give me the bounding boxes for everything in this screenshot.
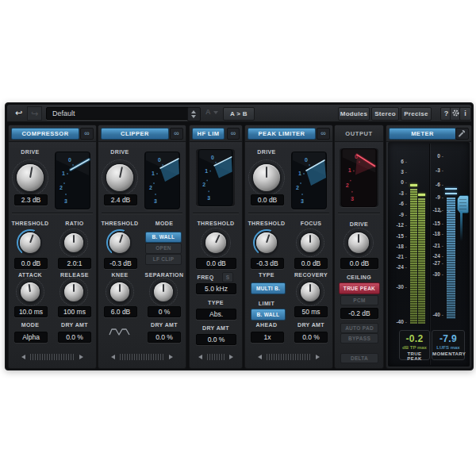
type-value[interactable]: Abs. (196, 309, 236, 320)
compressor-title-button[interactable]: COMPRESSOR (11, 128, 79, 140)
redo-icon[interactable]: ↪ (27, 106, 42, 121)
svg-text:2: 2 (149, 185, 152, 190)
threshold-value[interactable]: -0.3 dB (104, 258, 137, 269)
ratio-knob[interactable] (64, 233, 83, 252)
scroll-left-icon[interactable] (111, 355, 115, 359)
true-peak-readout[interactable]: -0.2 dB TP max TRUE PEAK (399, 330, 430, 360)
drive-knob[interactable] (348, 232, 369, 253)
scroll-track[interactable] (120, 354, 164, 360)
attack-knob[interactable] (21, 282, 40, 301)
compressor-infinity-toggle[interactable]: ∞ (80, 128, 94, 140)
stereo-button[interactable]: Stereo (371, 107, 399, 121)
mode-value[interactable]: Alpha (14, 332, 48, 343)
lufs-target-handle[interactable] (457, 195, 469, 213)
preset-down-icon[interactable] (191, 115, 196, 118)
focus-knob[interactable] (301, 233, 320, 252)
peak-limiter-header: PEAK LIMITER ∞ (245, 125, 332, 142)
threshold-value[interactable]: 0.0 dB (14, 258, 48, 269)
peak-limiter-infinity-toggle[interactable]: ∞ (317, 128, 330, 140)
scroll-right-icon[interactable] (169, 355, 173, 359)
peak-hold-right (418, 194, 425, 196)
scroll-track[interactable] (267, 354, 311, 360)
divider (193, 213, 239, 213)
ab-copy-button[interactable]: A > B (223, 107, 255, 121)
lufs-target-line (460, 211, 463, 241)
threshold-knob[interactable] (20, 232, 40, 253)
ratio-value[interactable]: 2.0:1 (58, 258, 91, 269)
dry-amt-value[interactable]: 0.0 % (294, 332, 328, 343)
drive-knob[interactable] (106, 164, 133, 191)
release-value[interactable]: 100 ms (58, 306, 91, 317)
scroll-track[interactable] (207, 354, 225, 360)
knee-knob[interactable] (110, 282, 129, 301)
threshold-knob[interactable] (109, 232, 130, 253)
mode-open-button[interactable]: OPEN (145, 243, 182, 254)
undo-icon[interactable]: ↩ (12, 106, 25, 119)
scroll-track[interactable] (30, 354, 75, 360)
scroll-left-icon[interactable] (21, 355, 25, 359)
threshold-value[interactable]: 0.0 dB (196, 258, 236, 269)
freq-value[interactable]: 5.0 kHz (196, 283, 236, 294)
drive-value[interactable]: 0.0 dB (251, 194, 284, 205)
drive-value[interactable]: 2.4 dB (104, 194, 137, 205)
threshold-knob[interactable] (256, 232, 277, 253)
preset-field[interactable]: Default (46, 107, 190, 120)
focus-value[interactable]: 0.0 dB (294, 258, 328, 269)
peak-limiter-scrollbar[interactable] (258, 353, 320, 361)
clipper-scrollbar[interactable] (111, 353, 173, 361)
drive-value[interactable]: 2.3 dB (14, 194, 48, 205)
preset-up-icon[interactable] (191, 110, 196, 113)
clipper-title-button[interactable]: CLIPPER (101, 128, 169, 140)
clipper-infinity-toggle[interactable]: ∞ (170, 128, 183, 140)
limit-bwall-button[interactable]: B. WALL (251, 309, 286, 321)
separation-value[interactable]: 0 % (148, 306, 181, 317)
drive-label: DRIVE (98, 148, 141, 155)
ceiling-value[interactable]: -0.2 dB (340, 308, 378, 319)
bypass-button[interactable]: BYPASS (340, 333, 378, 344)
preset-stepper[interactable] (187, 107, 201, 121)
svg-text:1: 1 (152, 171, 155, 176)
hf-lim-scrollbar[interactable] (198, 353, 233, 361)
dry-amt-value[interactable]: 0.0 % (148, 332, 181, 343)
peak-limiter-title-button[interactable]: PEAK LIMITER (248, 128, 316, 140)
type-multiband-button[interactable]: MULTI B. (251, 282, 286, 294)
info-button[interactable]: i (459, 107, 471, 121)
recovery-value[interactable]: 50 ms (294, 306, 328, 317)
scroll-left-icon[interactable] (258, 355, 262, 359)
hf-lim-infinity-toggle[interactable]: ∞ (227, 128, 240, 140)
drive-knob[interactable] (253, 164, 280, 191)
meter-settings-button[interactable] (455, 128, 469, 140)
scroll-right-icon[interactable] (229, 355, 233, 359)
separation-knob[interactable] (154, 282, 173, 301)
release-knob[interactable] (64, 282, 83, 301)
dry-amt-value[interactable]: 0.0 % (58, 332, 91, 343)
precise-button[interactable]: Precise (401, 107, 432, 121)
hf-lim-title-button[interactable]: HF LIM (192, 128, 225, 140)
pcm-button[interactable]: PCM (340, 295, 378, 305)
lufs-readout[interactable]: -7.9 LUFS max MOMENTARY (432, 330, 465, 360)
threshold-value[interactable]: -0.3 dB (251, 258, 284, 269)
attack-value[interactable]: 10.0 ms (14, 306, 48, 317)
mode-bwall-button[interactable]: B. WALL (145, 232, 182, 243)
threshold-knob[interactable] (205, 232, 226, 253)
drive-knob[interactable] (17, 164, 44, 191)
auto-pad-button[interactable]: AUTO PAD (340, 323, 378, 333)
compressor-scrollbar[interactable] (21, 353, 83, 361)
recovery-knob[interactable] (301, 282, 320, 301)
modules-button[interactable]: Modules (338, 107, 370, 121)
true-peak-button[interactable]: TRUE PEAK (339, 282, 380, 294)
mode-lfclip-button[interactable]: LF CLIP (145, 254, 182, 265)
ab-select-disabled[interactable]: A (205, 108, 218, 116)
focus-label: FOCUS (290, 220, 332, 227)
drive-value[interactable]: 0.0 dB (340, 258, 378, 269)
ahead-value[interactable]: 1x (251, 332, 284, 343)
knee-value[interactable]: 6.0 dB (104, 306, 137, 317)
dry-amt-value[interactable]: 0.0 % (196, 334, 236, 345)
lufs-peak-hold (445, 193, 457, 194)
delta-button[interactable]: DELTA (340, 353, 378, 363)
freq-side-button[interactable]: S (222, 272, 233, 282)
scroll-right-icon[interactable] (79, 355, 83, 359)
scroll-left-icon[interactable] (198, 355, 202, 359)
scale-label: -21 (428, 243, 443, 249)
scroll-right-icon[interactable] (316, 355, 320, 359)
